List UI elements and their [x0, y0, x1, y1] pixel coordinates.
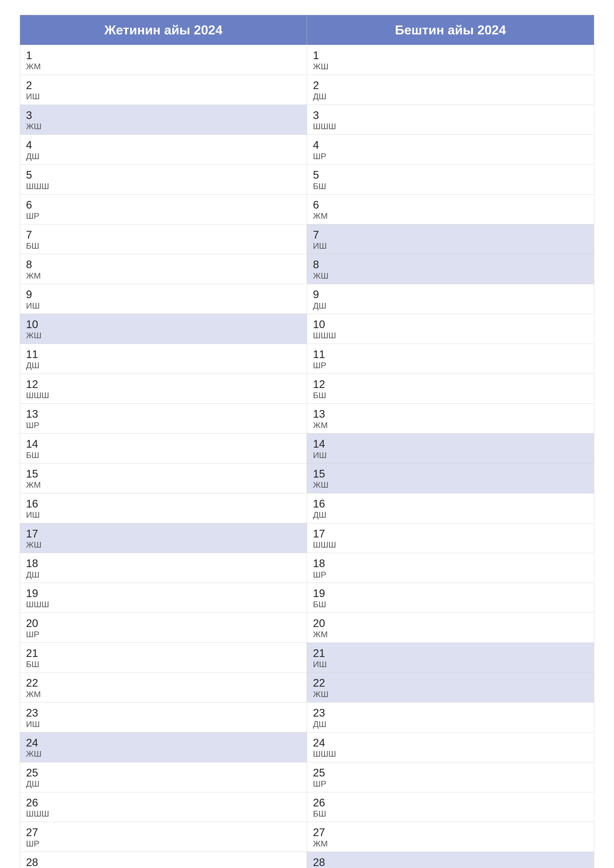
right-day-cell: 16ДШ — [307, 493, 594, 523]
day-abbr: ЖШ — [26, 540, 301, 549]
day-abbr: ШР — [313, 152, 588, 161]
left-day-cell: 16ИШ — [20, 493, 307, 523]
right-day-cell: 15ЖШ — [307, 463, 594, 493]
right-month-header: Бештин айы 2024 — [307, 15, 594, 45]
day-number: 22 — [26, 677, 301, 689]
day-number: 21 — [313, 647, 588, 659]
day-number: 9 — [313, 288, 588, 301]
day-abbr: ШР — [313, 570, 588, 579]
left-day-cell: 10ЖШ — [20, 314, 307, 344]
left-day-cell: 8ЖМ — [20, 254, 307, 284]
day-abbr: БШ — [313, 600, 588, 609]
left-day-cell: 22ЖМ — [20, 672, 307, 702]
day-abbr: БШ — [26, 451, 301, 460]
right-day-cell: 2ДШ — [307, 75, 594, 105]
day-number: 8 — [26, 259, 301, 270]
day-number: 24 — [313, 737, 588, 749]
day-number: 28 — [26, 856, 301, 868]
right-day-cell: 8ЖШ — [307, 254, 594, 284]
left-day-cell: 5ШШШ — [20, 164, 307, 194]
day-number: 25 — [313, 767, 588, 779]
day-number: 3 — [313, 109, 588, 121]
left-day-cell: 13ШР — [20, 403, 307, 433]
day-abbr: ИШ — [313, 660, 588, 669]
day-number: 10 — [313, 318, 588, 330]
left-day-cell: 21БШ — [20, 643, 307, 673]
day-abbr: ЖШ — [313, 271, 588, 281]
right-day-cell: 5БШ — [307, 164, 594, 194]
day-abbr: ЖМ — [313, 630, 588, 639]
day-number: 24 — [26, 737, 301, 749]
right-day-cell: 11ШР — [307, 344, 594, 374]
day-abbr: ИШ — [26, 719, 301, 729]
day-number: 12 — [26, 378, 301, 390]
day-abbr: ДШ — [26, 779, 301, 788]
day-abbr: БШ — [26, 241, 301, 250]
day-abbr: ШШШ — [26, 181, 301, 191]
day-number: 27 — [313, 826, 588, 838]
day-number: 4 — [313, 139, 588, 151]
day-number: 7 — [26, 229, 301, 241]
day-abbr: БШ — [313, 809, 588, 818]
day-number: 22 — [313, 677, 588, 689]
day-number: 16 — [26, 498, 301, 510]
day-abbr: ДШ — [313, 510, 588, 519]
right-day-cell: 26БШ — [307, 792, 594, 822]
left-day-cell: 15ЖМ — [20, 463, 307, 493]
day-abbr: ШР — [313, 779, 588, 788]
day-number: 19 — [313, 587, 588, 599]
day-abbr: ДШ — [313, 719, 588, 729]
left-day-cell: 27ШР — [20, 822, 307, 852]
day-number: 26 — [26, 797, 301, 809]
right-day-cell: 9ДШ — [307, 284, 594, 314]
day-abbr: ЖМ — [26, 271, 301, 281]
day-abbr: ШШШ — [26, 600, 301, 609]
right-day-cell: 22ЖШ — [307, 672, 594, 702]
day-number: 19 — [26, 587, 301, 599]
left-day-cell: 4ДШ — [20, 134, 307, 164]
day-number: 14 — [26, 438, 301, 450]
left-day-cell: 1ЖМ — [20, 45, 307, 75]
day-number: 23 — [26, 707, 301, 719]
day-number: 15 — [313, 468, 588, 480]
right-day-cell: 24ШШШ — [307, 732, 594, 762]
day-number: 1 — [26, 50, 301, 61]
right-day-cell: 13ЖМ — [307, 403, 594, 433]
day-abbr: ЖШ — [26, 122, 301, 131]
day-number: 17 — [313, 528, 588, 539]
day-number: 4 — [26, 139, 301, 151]
day-abbr: ИШ — [313, 451, 588, 460]
day-number: 9 — [26, 288, 301, 301]
day-abbr: ЖШ — [26, 331, 301, 340]
day-number: 16 — [313, 498, 588, 510]
day-abbr: ДШ — [26, 152, 301, 161]
right-day-cell: 17ШШШ — [307, 523, 594, 553]
day-abbr: ЖМ — [26, 690, 301, 699]
day-number: 2 — [26, 79, 301, 91]
day-number: 5 — [313, 169, 588, 181]
calendar-grid: Жетинин айы 2024Бештин айы 20241ЖМ1ЖШ2ИШ… — [20, 15, 594, 868]
day-abbr: ЖМ — [26, 62, 301, 71]
day-number: 25 — [26, 767, 301, 779]
left-day-cell: 6ШР — [20, 194, 307, 224]
day-abbr: ШШШ — [313, 540, 588, 549]
right-day-cell: 14ИШ — [307, 433, 594, 463]
right-day-cell: 20ЖМ — [307, 613, 594, 643]
right-day-cell: 27ЖМ — [307, 822, 594, 852]
left-day-cell: 23ИШ — [20, 702, 307, 732]
left-month-header: Жетинин айы 2024 — [20, 15, 307, 45]
right-day-cell: 21ИШ — [307, 643, 594, 673]
day-number: 27 — [26, 826, 301, 838]
day-number: 21 — [26, 647, 301, 659]
right-day-cell: 3ШШШ — [307, 105, 594, 135]
left-day-cell: 2ИШ — [20, 75, 307, 105]
left-day-cell: 7БШ — [20, 224, 307, 254]
left-day-cell: 19ШШШ — [20, 583, 307, 613]
right-day-cell: 28ИШ — [307, 852, 594, 868]
day-abbr: ШШШ — [313, 749, 588, 758]
left-day-cell: 26ШШШ — [20, 792, 307, 822]
day-abbr: ЖШ — [313, 62, 588, 71]
day-abbr: ШР — [313, 361, 588, 370]
day-number: 12 — [313, 378, 588, 390]
day-number: 28 — [313, 856, 588, 868]
